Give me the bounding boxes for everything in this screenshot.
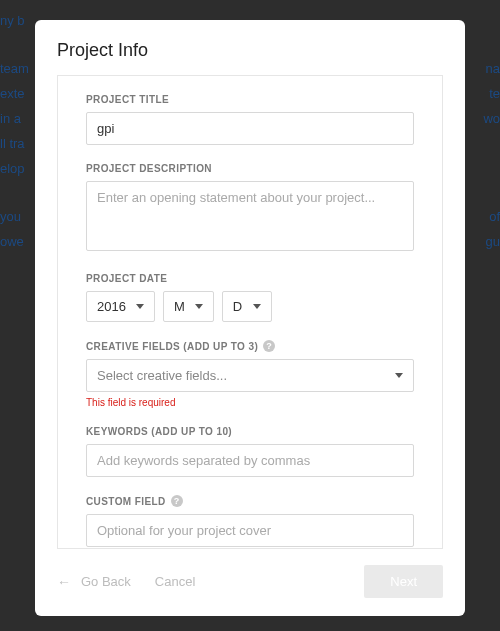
custom-field-group: CUSTOM FIELD ?	[86, 495, 414, 547]
project-title-input[interactable]	[86, 112, 414, 145]
day-select[interactable]: D	[222, 291, 272, 322]
project-info-modal: Project Info PROJECT TITLE PROJECT DESCR…	[35, 20, 465, 616]
project-title-group: PROJECT TITLE	[86, 94, 414, 145]
project-description-input[interactable]	[86, 181, 414, 251]
go-back-button[interactable]: ← Go Back	[57, 574, 131, 590]
day-value: D	[233, 299, 243, 314]
custom-field-input[interactable]	[86, 514, 414, 547]
cancel-button[interactable]: Cancel	[155, 574, 195, 589]
project-date-group: PROJECT DATE 2016 M D	[86, 273, 414, 322]
project-date-label: PROJECT DATE	[86, 273, 414, 284]
creative-fields-group: CREATIVE FIELDS (ADD UP TO 3) ? Select c…	[86, 340, 414, 408]
year-select[interactable]: 2016	[86, 291, 155, 322]
modal-footer: ← Go Back Cancel Next	[57, 549, 443, 598]
project-description-label: PROJECT DESCRIPTION	[86, 163, 414, 174]
creative-fields-select[interactable]: Select creative fields...	[86, 359, 414, 392]
form-panel: PROJECT TITLE PROJECT DESCRIPTION PROJEC…	[57, 75, 443, 549]
month-value: M	[174, 299, 185, 314]
project-title-label: PROJECT TITLE	[86, 94, 414, 105]
chevron-down-icon	[253, 304, 261, 309]
keywords-group: KEYWORDS (ADD UP TO 10)	[86, 426, 414, 477]
creative-fields-placeholder: Select creative fields...	[97, 368, 227, 383]
help-icon[interactable]: ?	[263, 340, 275, 352]
creative-fields-error: This field is required	[86, 397, 414, 408]
keywords-input[interactable]	[86, 444, 414, 477]
chevron-down-icon	[136, 304, 144, 309]
keywords-label: KEYWORDS (ADD UP TO 10)	[86, 426, 414, 437]
project-description-group: PROJECT DESCRIPTION	[86, 163, 414, 255]
chevron-down-icon	[395, 373, 403, 378]
chevron-down-icon	[195, 304, 203, 309]
arrow-left-icon: ←	[57, 574, 71, 590]
month-select[interactable]: M	[163, 291, 214, 322]
custom-field-label: CUSTOM FIELD ?	[86, 495, 414, 507]
next-button[interactable]: Next	[364, 565, 443, 598]
go-back-label: Go Back	[81, 574, 131, 589]
creative-fields-label: CREATIVE FIELDS (ADD UP TO 3) ?	[86, 340, 414, 352]
help-icon[interactable]: ?	[171, 495, 183, 507]
year-value: 2016	[97, 299, 126, 314]
modal-title: Project Info	[57, 40, 443, 61]
